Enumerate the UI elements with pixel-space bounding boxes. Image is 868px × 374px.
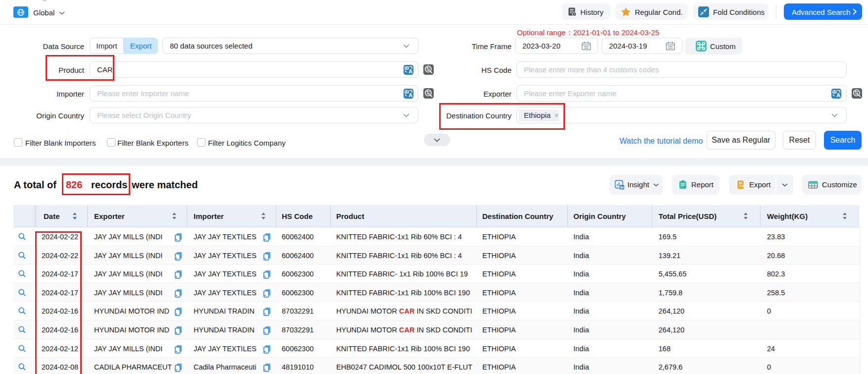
svg-text:A: A — [836, 92, 840, 98]
svg-text:A: A — [408, 92, 412, 98]
svg-text:A: A — [408, 68, 412, 74]
svg-text:BI: BI — [620, 186, 624, 189]
